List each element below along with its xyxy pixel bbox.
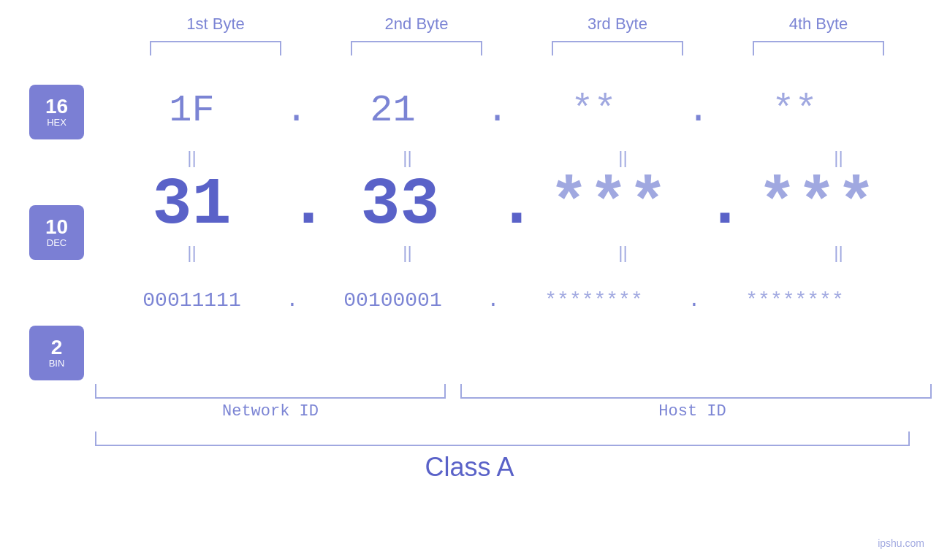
byte-col-1: 1st Byte — [115, 15, 316, 55]
equals-sign-5: || — [187, 242, 196, 263]
equals-sign-4: || — [834, 147, 843, 168]
equals-cell-7: || — [522, 242, 723, 263]
byte-label-1: 1st Byte — [186, 15, 244, 34]
byte-col-4: 4th Byte — [718, 15, 919, 55]
bin-value-3: ******** — [544, 289, 642, 312]
main-container: 1st Byte 2nd Byte 3rd Byte 4th Byte 16 H… — [0, 0, 939, 560]
equals-sign-2: || — [403, 147, 411, 168]
equals-sign-6: || — [403, 242, 411, 263]
watermark: ipshu.com — [878, 537, 924, 549]
hex-value-3: ** — [571, 89, 616, 132]
equals-sign-3: || — [618, 147, 627, 168]
dec-badge-number: 10 — [45, 217, 68, 237]
dec-cell-4: *** — [716, 168, 917, 242]
content-area: 16 HEX 10 DEC 2 BIN 1F . 21 — [0, 63, 939, 380]
equals-cell-2: || — [307, 147, 508, 168]
network-id-label: Network ID — [95, 402, 446, 421]
host-bracket — [460, 384, 932, 399]
bracket-top-3 — [552, 41, 683, 55]
bin-cell-3: ******** — [493, 289, 694, 312]
bin-value-2: 00100001 — [343, 289, 441, 312]
class-bracket-row — [0, 431, 939, 446]
class-label: Class A — [425, 452, 514, 483]
bracket-top-2 — [351, 41, 482, 55]
dec-badge: 10 DEC — [29, 205, 84, 260]
dec-cell-3: *** — [508, 168, 709, 242]
class-label-row: Class A — [0, 452, 939, 483]
equals-cell-1: || — [91, 147, 292, 168]
equals-sign-8: || — [834, 242, 843, 263]
dec-cell-1: 31 — [91, 168, 292, 242]
byte-label-2: 2nd Byte — [385, 15, 449, 34]
hex-badge-label: HEX — [47, 117, 66, 128]
bracket-top-4 — [753, 41, 884, 55]
byte-label-3: 3rd Byte — [588, 15, 647, 34]
byte-col-2: 2nd Byte — [316, 15, 517, 55]
bin-cell-2: 00100001 — [292, 289, 493, 312]
equals-cell-4: || — [738, 147, 939, 168]
dec-value-3: *** — [549, 168, 667, 242]
bracket-top-1 — [150, 41, 281, 55]
id-bracket-row — [0, 384, 939, 399]
hex-cell-1: 1F — [91, 89, 292, 132]
equals-row-2: || || || || — [91, 238, 939, 267]
bin-data-row: 00011111 . 00100001 . ******** . *******… — [91, 267, 939, 333]
bin-badge-label: BIN — [49, 358, 65, 369]
hex-value-1: 1F — [169, 89, 214, 132]
header-row: 1st Byte 2nd Byte 3rd Byte 4th Byte — [0, 0, 939, 55]
hex-badge-number: 16 — [45, 96, 68, 117]
dec-cell-2: 33 — [300, 168, 501, 242]
bin-badge: 2 BIN — [29, 326, 84, 380]
id-labels-row: Network ID Host ID — [0, 402, 939, 421]
dec-value-2: 33 — [360, 168, 439, 242]
equals-cell-5: || — [91, 242, 292, 263]
hex-data-row: 1F . 21 . ** . ** — [91, 77, 939, 143]
equals-cell-3: || — [522, 147, 723, 168]
bin-value-1: 00011111 — [142, 289, 240, 312]
host-id-label: Host ID — [446, 402, 939, 421]
dec-value-4: *** — [757, 168, 875, 242]
dec-badge-label: DEC — [47, 237, 66, 248]
equals-cell-6: || — [307, 242, 508, 263]
equals-sign-1: || — [187, 147, 196, 168]
dec-data-row: 31 . 33 . *** . *** — [91, 172, 939, 238]
byte-col-3: 3rd Byte — [517, 15, 718, 55]
bin-value-4: ******** — [745, 289, 843, 312]
byte-label-4: 4th Byte — [789, 15, 848, 34]
badges-column: 16 HEX 10 DEC 2 BIN — [29, 63, 91, 380]
hex-cell-4: ** — [694, 89, 895, 132]
class-bracket — [95, 431, 910, 446]
hex-cell-2: 21 — [292, 89, 493, 132]
hex-badge: 16 HEX — [29, 85, 84, 139]
hex-value-4: ** — [772, 89, 817, 132]
equals-cell-8: || — [738, 242, 939, 263]
network-bracket — [95, 384, 446, 399]
dec-value-1: 31 — [152, 168, 231, 242]
hex-cell-3: ** — [493, 89, 694, 132]
bin-cell-4: ******** — [694, 289, 895, 312]
equals-sign-7: || — [618, 242, 627, 263]
bin-badge-number: 2 — [51, 337, 63, 358]
bin-cell-1: 00011111 — [91, 289, 292, 312]
hex-value-2: 21 — [370, 89, 415, 132]
rows-container: 1F . 21 . ** . ** || — [91, 63, 939, 333]
